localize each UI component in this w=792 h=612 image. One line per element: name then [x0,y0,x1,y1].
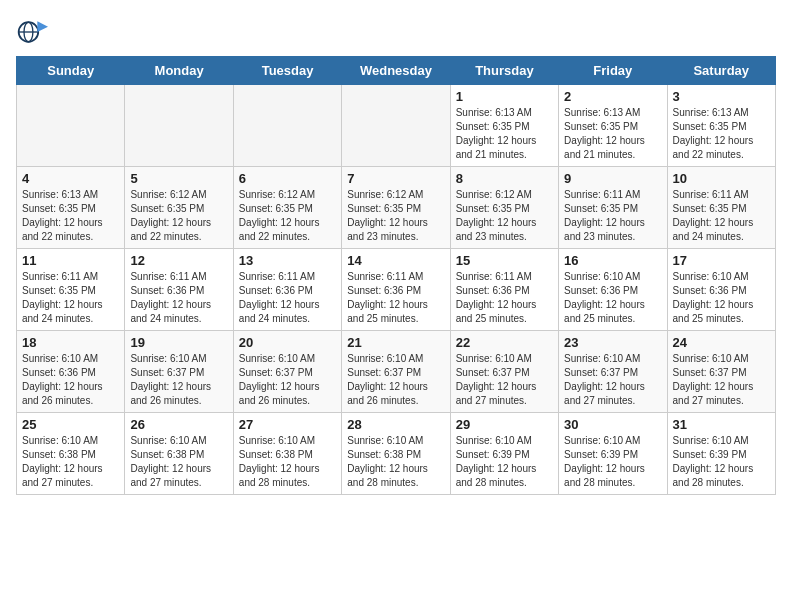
day-cell: 18Sunrise: 6:10 AM Sunset: 6:36 PM Dayli… [17,331,125,413]
day-info: Sunrise: 6:11 AM Sunset: 6:35 PM Dayligh… [22,270,119,326]
day-number: 5 [130,171,227,186]
week-row-3: 11Sunrise: 6:11 AM Sunset: 6:35 PM Dayli… [17,249,776,331]
day-info: Sunrise: 6:12 AM Sunset: 6:35 PM Dayligh… [347,188,444,244]
day-info: Sunrise: 6:13 AM Sunset: 6:35 PM Dayligh… [22,188,119,244]
day-number: 9 [564,171,661,186]
day-info: Sunrise: 6:13 AM Sunset: 6:35 PM Dayligh… [673,106,770,162]
day-cell: 11Sunrise: 6:11 AM Sunset: 6:35 PM Dayli… [17,249,125,331]
day-cell: 30Sunrise: 6:10 AM Sunset: 6:39 PM Dayli… [559,413,667,495]
day-cell: 8Sunrise: 6:12 AM Sunset: 6:35 PM Daylig… [450,167,558,249]
day-info: Sunrise: 6:10 AM Sunset: 6:37 PM Dayligh… [347,352,444,408]
day-cell: 10Sunrise: 6:11 AM Sunset: 6:35 PM Dayli… [667,167,775,249]
day-cell: 25Sunrise: 6:10 AM Sunset: 6:38 PM Dayli… [17,413,125,495]
day-number: 31 [673,417,770,432]
week-row-4: 18Sunrise: 6:10 AM Sunset: 6:36 PM Dayli… [17,331,776,413]
day-cell: 31Sunrise: 6:10 AM Sunset: 6:39 PM Dayli… [667,413,775,495]
day-cell: 24Sunrise: 6:10 AM Sunset: 6:37 PM Dayli… [667,331,775,413]
day-cell [17,85,125,167]
day-header-wednesday: Wednesday [342,57,450,85]
day-header-sunday: Sunday [17,57,125,85]
day-cell: 5Sunrise: 6:12 AM Sunset: 6:35 PM Daylig… [125,167,233,249]
day-number: 7 [347,171,444,186]
day-info: Sunrise: 6:11 AM Sunset: 6:36 PM Dayligh… [347,270,444,326]
day-number: 6 [239,171,336,186]
day-cell: 15Sunrise: 6:11 AM Sunset: 6:36 PM Dayli… [450,249,558,331]
day-number: 29 [456,417,553,432]
day-cell [233,85,341,167]
day-number: 19 [130,335,227,350]
day-number: 16 [564,253,661,268]
day-number: 26 [130,417,227,432]
day-number: 24 [673,335,770,350]
svg-marker-4 [37,21,48,32]
day-info: Sunrise: 6:10 AM Sunset: 6:37 PM Dayligh… [130,352,227,408]
day-number: 20 [239,335,336,350]
day-header-monday: Monday [125,57,233,85]
day-info: Sunrise: 6:10 AM Sunset: 6:37 PM Dayligh… [564,352,661,408]
day-cell: 14Sunrise: 6:11 AM Sunset: 6:36 PM Dayli… [342,249,450,331]
day-number: 30 [564,417,661,432]
day-number: 13 [239,253,336,268]
day-cell: 20Sunrise: 6:10 AM Sunset: 6:37 PM Dayli… [233,331,341,413]
calendar-body: 1Sunrise: 6:13 AM Sunset: 6:35 PM Daylig… [17,85,776,495]
day-number: 11 [22,253,119,268]
day-cell: 16Sunrise: 6:10 AM Sunset: 6:36 PM Dayli… [559,249,667,331]
day-number: 3 [673,89,770,104]
day-header-tuesday: Tuesday [233,57,341,85]
calendar-header: SundayMondayTuesdayWednesdayThursdayFrid… [17,57,776,85]
day-cell: 1Sunrise: 6:13 AM Sunset: 6:35 PM Daylig… [450,85,558,167]
day-cell: 26Sunrise: 6:10 AM Sunset: 6:38 PM Dayli… [125,413,233,495]
day-info: Sunrise: 6:10 AM Sunset: 6:39 PM Dayligh… [456,434,553,490]
day-info: Sunrise: 6:10 AM Sunset: 6:37 PM Dayligh… [239,352,336,408]
day-cell: 13Sunrise: 6:11 AM Sunset: 6:36 PM Dayli… [233,249,341,331]
day-number: 4 [22,171,119,186]
week-row-2: 4Sunrise: 6:13 AM Sunset: 6:35 PM Daylig… [17,167,776,249]
day-info: Sunrise: 6:13 AM Sunset: 6:35 PM Dayligh… [564,106,661,162]
day-info: Sunrise: 6:10 AM Sunset: 6:37 PM Dayligh… [673,352,770,408]
day-number: 23 [564,335,661,350]
day-cell: 9Sunrise: 6:11 AM Sunset: 6:35 PM Daylig… [559,167,667,249]
day-number: 8 [456,171,553,186]
day-header-saturday: Saturday [667,57,775,85]
day-info: Sunrise: 6:11 AM Sunset: 6:35 PM Dayligh… [673,188,770,244]
day-info: Sunrise: 6:10 AM Sunset: 6:36 PM Dayligh… [22,352,119,408]
day-cell: 28Sunrise: 6:10 AM Sunset: 6:38 PM Dayli… [342,413,450,495]
day-header-friday: Friday [559,57,667,85]
day-info: Sunrise: 6:12 AM Sunset: 6:35 PM Dayligh… [130,188,227,244]
day-info: Sunrise: 6:11 AM Sunset: 6:36 PM Dayligh… [239,270,336,326]
day-number: 1 [456,89,553,104]
day-info: Sunrise: 6:10 AM Sunset: 6:39 PM Dayligh… [564,434,661,490]
day-cell: 12Sunrise: 6:11 AM Sunset: 6:36 PM Dayli… [125,249,233,331]
day-cell: 29Sunrise: 6:10 AM Sunset: 6:39 PM Dayli… [450,413,558,495]
day-number: 21 [347,335,444,350]
day-info: Sunrise: 6:10 AM Sunset: 6:39 PM Dayligh… [673,434,770,490]
day-number: 28 [347,417,444,432]
day-cell: 6Sunrise: 6:12 AM Sunset: 6:35 PM Daylig… [233,167,341,249]
header-row: SundayMondayTuesdayWednesdayThursdayFrid… [17,57,776,85]
day-header-thursday: Thursday [450,57,558,85]
day-cell: 19Sunrise: 6:10 AM Sunset: 6:37 PM Dayli… [125,331,233,413]
day-cell: 3Sunrise: 6:13 AM Sunset: 6:35 PM Daylig… [667,85,775,167]
day-info: Sunrise: 6:13 AM Sunset: 6:35 PM Dayligh… [456,106,553,162]
day-info: Sunrise: 6:10 AM Sunset: 6:38 PM Dayligh… [130,434,227,490]
day-cell: 17Sunrise: 6:10 AM Sunset: 6:36 PM Dayli… [667,249,775,331]
header [16,16,776,48]
day-number: 14 [347,253,444,268]
day-info: Sunrise: 6:11 AM Sunset: 6:36 PM Dayligh… [130,270,227,326]
week-row-1: 1Sunrise: 6:13 AM Sunset: 6:35 PM Daylig… [17,85,776,167]
day-info: Sunrise: 6:12 AM Sunset: 6:35 PM Dayligh… [456,188,553,244]
day-number: 15 [456,253,553,268]
day-number: 22 [456,335,553,350]
day-number: 12 [130,253,227,268]
week-row-5: 25Sunrise: 6:10 AM Sunset: 6:38 PM Dayli… [17,413,776,495]
day-cell: 7Sunrise: 6:12 AM Sunset: 6:35 PM Daylig… [342,167,450,249]
day-info: Sunrise: 6:10 AM Sunset: 6:37 PM Dayligh… [456,352,553,408]
day-number: 27 [239,417,336,432]
day-info: Sunrise: 6:10 AM Sunset: 6:36 PM Dayligh… [564,270,661,326]
day-info: Sunrise: 6:11 AM Sunset: 6:36 PM Dayligh… [456,270,553,326]
day-number: 17 [673,253,770,268]
day-info: Sunrise: 6:11 AM Sunset: 6:35 PM Dayligh… [564,188,661,244]
day-cell: 21Sunrise: 6:10 AM Sunset: 6:37 PM Dayli… [342,331,450,413]
day-number: 25 [22,417,119,432]
day-cell: 27Sunrise: 6:10 AM Sunset: 6:38 PM Dayli… [233,413,341,495]
